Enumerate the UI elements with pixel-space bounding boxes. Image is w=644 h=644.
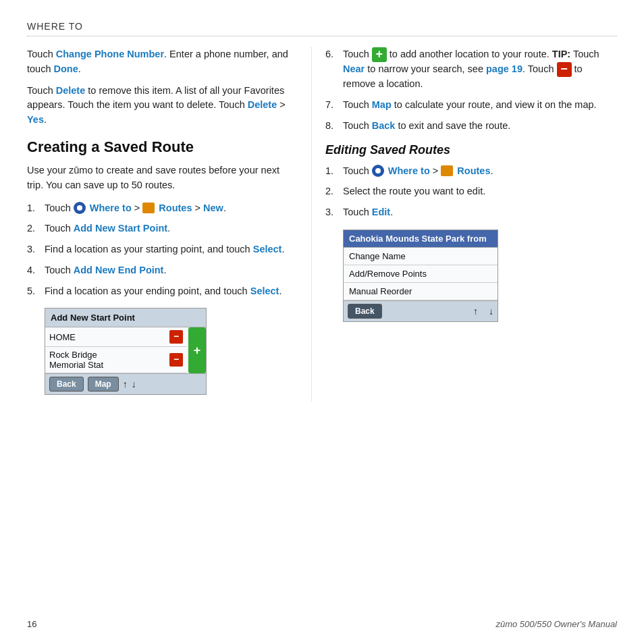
step-8-text: Touch Back to exit and save the route. [343, 119, 617, 134]
edit-link[interactable]: Edit [372, 207, 390, 217]
step-3-text: Find a location as your starting point, … [45, 242, 291, 257]
page-header: Where To [27, 20, 617, 36]
near-link[interactable]: Near [343, 63, 365, 74]
screenshot-map-btn[interactable]: Map [88, 377, 119, 392]
manual-reorder-row[interactable]: Manual Reorder [344, 283, 498, 300]
plus-button-icon[interactable]: + [372, 47, 387, 62]
select-link-1[interactable]: Select [253, 244, 282, 254]
where-to-link-2[interactable]: Where to [385, 165, 430, 176]
step-6: 6. Touch + to add another location to yo… [325, 47, 617, 92]
saved-route-body: Use your zūmo to create and save routes … [27, 163, 291, 193]
step-7-num: 7. [325, 98, 343, 113]
edit-step-2-num: 2. [325, 184, 343, 199]
edit-step-2-text: Select the route you want to edit. [343, 184, 617, 199]
step-8-num: 8. [325, 119, 343, 134]
step-8: 8. Touch Back to exit and save the route… [325, 119, 617, 134]
screenshot-up-arrow[interactable]: ↑ [123, 379, 128, 390]
add-new-end-link[interactable]: Add New End Point [74, 265, 164, 275]
change-phone-link[interactable]: Change Phone Number [56, 49, 164, 59]
right-steps-list: 6. Touch + to add another location to yo… [325, 47, 617, 134]
select-link-2[interactable]: Select [250, 286, 279, 296]
rock-bridge-label: Rock BridgeMemorial Stat [49, 350, 167, 370]
step-4: 4. Touch Add New End Point. [27, 263, 291, 278]
edit-steps-list: 1. Touch Where to > Routes. 2. Select th… [325, 164, 617, 220]
home-label: HOME [49, 332, 167, 342]
yes-link[interactable]: Yes [27, 114, 44, 125]
creating-saved-route-title: Creating a Saved Route [27, 138, 291, 156]
done-link[interactable]: Done [54, 63, 78, 74]
where-to-link-1[interactable]: Where to [87, 203, 132, 213]
step-2: 2. Touch Add New Start Point. [27, 221, 291, 236]
change-name-row[interactable]: Change Name [344, 248, 498, 265]
edit-step-3: 3. Touch Edit. [325, 205, 617, 220]
cahokia-up-arrow[interactable]: ↑ [473, 306, 478, 317]
cahokia-screenshot: Cahokia Mounds State Park from Change Na… [343, 230, 498, 322]
left-steps-list: 1. Touch Where to > Routes > New. 2. Tou… [27, 201, 291, 299]
edit-step-3-text: Touch Edit. [343, 205, 617, 220]
step-5: 5. Find a location as your ending point,… [27, 284, 291, 299]
step-7: 7. Touch Map to calculate your route, an… [325, 98, 617, 113]
delete-link-2[interactable]: Delete [248, 99, 277, 110]
intro-paragraph-1: Touch Change Phone Number. Enter a phone… [27, 47, 291, 77]
cahokia-back-btn[interactable]: Back [348, 304, 382, 319]
step-4-text: Touch Add New End Point. [45, 263, 291, 278]
step-2-num: 2. [27, 221, 45, 236]
add-new-start-link[interactable]: Add New Start Point [74, 223, 167, 234]
step-6-text: Touch + to add another location to your … [343, 47, 617, 92]
page-footer: 16 zūmo 500/550 Owner's Manual [27, 619, 617, 629]
cahokia-footer: Back ↑ ↓ [344, 300, 498, 321]
content-area: Touch Change Phone Number. Enter a phone… [27, 47, 617, 402]
edit-step-1-num: 1. [325, 164, 343, 179]
step-4-num: 4. [27, 263, 45, 278]
new-link[interactable]: New [203, 203, 223, 213]
routes-link-2[interactable]: Routes [457, 165, 490, 176]
step-5-text: Find a location as your ending point, an… [45, 284, 291, 299]
routes-icon-1 [142, 203, 155, 213]
map-link[interactable]: Map [372, 99, 392, 110]
page: Where To Touch Change Phone Number. Ente… [0, 0, 644, 644]
step-2-text: Touch Add New Start Point. [45, 221, 291, 236]
cahokia-header: Cahokia Mounds State Park from [344, 230, 498, 248]
screenshot-rows: HOME − Rock BridgeMemorial Stat − [45, 327, 187, 373]
back-link[interactable]: Back [372, 120, 396, 131]
edit-step-3-num: 3. [325, 205, 343, 220]
screenshot-back-btn[interactable]: Back [49, 377, 84, 392]
tip-bold: TIP: [552, 49, 570, 59]
step-3-num: 3. [27, 242, 45, 257]
routes-link-1[interactable]: Routes [159, 203, 192, 213]
where-to-icon-1 [74, 202, 86, 214]
add-remove-points-row[interactable]: Add/Remove Points [344, 265, 498, 283]
minus-button-icon[interactable]: − [557, 62, 572, 77]
add-point-plus-btn[interactable]: + [188, 327, 206, 373]
screenshot-footer: Back Map ↑ ↓ [45, 373, 206, 394]
edit-step-1: 1. Touch Where to > Routes. [325, 164, 617, 179]
screenshot-down-arrow[interactable]: ↓ [132, 379, 136, 390]
page-number: 16 [27, 619, 36, 629]
step-1-text: Touch Where to > Routes > New. [45, 201, 291, 216]
editing-saved-routes-title: Editing Saved Routes [325, 143, 617, 157]
delete-link-1[interactable]: Delete [56, 85, 86, 96]
screenshot-row-rock-bridge: Rock BridgeMemorial Stat − [45, 347, 187, 373]
edit-step-1-text: Touch Where to > Routes. [343, 164, 617, 179]
cahokia-down-arrow[interactable]: ↓ [489, 306, 493, 317]
home-minus-btn[interactable]: − [169, 330, 183, 344]
page-19-link[interactable]: page 19 [486, 63, 522, 74]
step-7-text: Touch Map to calculate your route, and v… [343, 98, 617, 113]
step-3: 3. Find a location as your starting poin… [27, 242, 291, 257]
step-6-num: 6. [325, 47, 343, 62]
screenshot-header: Add New Start Point [45, 308, 206, 327]
screenshot-row-home: HOME − [45, 327, 187, 347]
add-start-point-screenshot: Add New Start Point HOME − Rock BridgeMe… [45, 308, 207, 395]
step-5-num: 5. [27, 284, 45, 299]
rock-bridge-minus-btn[interactable]: − [169, 353, 183, 367]
screenshot-rows-container: HOME − Rock BridgeMemorial Stat − + [45, 327, 206, 373]
manual-title: zūmo 500/550 Owner's Manual [495, 619, 617, 629]
intro-paragraph-2: Touch Delete to remove this item. A list… [27, 84, 291, 128]
step-1-num: 1. [27, 201, 45, 216]
edit-step-2: 2. Select the route you want to edit. [325, 184, 617, 199]
right-column: 6. Touch + to add another location to yo… [311, 47, 617, 402]
step-1: 1. Touch Where to > Routes > New. [27, 201, 291, 216]
left-column: Touch Change Phone Number. Enter a phone… [27, 47, 311, 402]
routes-icon-2 [441, 165, 453, 176]
page-header-title: Where To [27, 21, 83, 32]
